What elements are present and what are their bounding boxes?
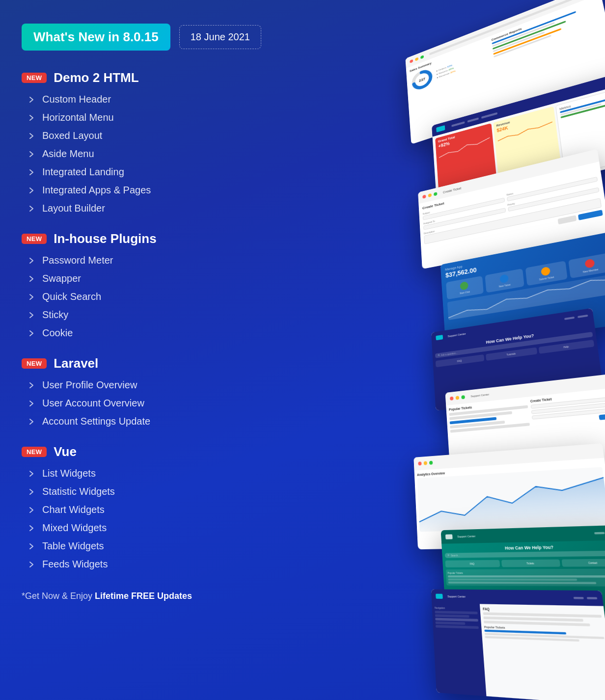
- list-item[interactable]: Swapper: [27, 269, 265, 288]
- section-heading-vue: NewVue: [22, 444, 265, 459]
- list-item-label: Password Meter: [42, 255, 113, 266]
- list-vue: List Widgets Statistic Widgets Chart Wid…: [27, 464, 265, 573]
- list-item-label: Statistic Widgets: [42, 486, 115, 497]
- chevron-right-icon: [27, 487, 36, 497]
- section-plugins: NewIn-house Plugins Password Meter Swapp…: [22, 231, 265, 342]
- list-item[interactable]: Quick Search: [27, 288, 265, 306]
- list-item[interactable]: User Account Overview: [27, 394, 265, 412]
- main-content: What's New in 8.0.15 18 June 2021 NewDem…: [0, 0, 265, 625]
- list-item[interactable]: Sticky: [27, 306, 265, 324]
- date-badge: 18 June 2021: [179, 25, 261, 49]
- section-heading-laravel: NewLaravel: [22, 356, 265, 371]
- chevron-right-icon: [27, 399, 36, 408]
- date-label: 18 June 2021: [191, 31, 250, 42]
- list-item-label: User Account Overview: [42, 398, 144, 409]
- chevron-right-icon: [27, 380, 36, 390]
- footer-note: *Get Now & Enjoy Lifetime FREE Updates: [22, 591, 265, 601]
- screenshots-area: Sales Summary 237 ● Orders 42% ● Returns…: [286, 0, 605, 700]
- chevron-right-icon: [27, 328, 36, 338]
- list-item-label: Mixed Widgets: [42, 522, 107, 534]
- list-item-label: Custom Header: [42, 94, 111, 105]
- new-badge-vue: New: [22, 447, 47, 457]
- section-title-plugins: In-house Plugins: [54, 231, 156, 246]
- chevron-right-icon: [27, 310, 36, 320]
- new-badge-demo2: New: [22, 73, 47, 83]
- section-vue: NewVue List Widgets Statistic Widgets Ch…: [22, 444, 265, 573]
- list-item[interactable]: Boxed Layout: [27, 127, 265, 145]
- list-item-label: Table Widgets: [42, 540, 104, 552]
- chevron-right-icon: [27, 292, 36, 302]
- list-item[interactable]: Custom Header: [27, 90, 265, 108]
- list-item[interactable]: List Widgets: [27, 464, 265, 483]
- chevron-right-icon: [27, 131, 36, 141]
- chevron-right-icon: [27, 167, 36, 177]
- list-item-label: Integrated Apps & Pages: [42, 185, 151, 196]
- list-item[interactable]: Cookie: [27, 324, 265, 342]
- chevron-right-icon: [27, 149, 36, 159]
- section-demo2: NewDemo 2 HTML Custom Header Horizontal …: [22, 70, 265, 217]
- list-item-label: Integrated Landing: [42, 166, 124, 178]
- chevron-right-icon: [27, 541, 36, 551]
- chevron-right-icon: [27, 186, 36, 195]
- list-item-label: Quick Search: [42, 291, 101, 302]
- new-badge-plugins: New: [22, 234, 47, 244]
- section-title-vue: Vue: [54, 444, 77, 459]
- list-item-label: Layout Builder: [42, 203, 105, 214]
- section-heading-plugins: NewIn-house Plugins: [22, 231, 265, 246]
- chevron-right-icon: [27, 523, 36, 533]
- list-item-label: Account Settings Update: [42, 416, 150, 427]
- list-item[interactable]: Horizontal Menu: [27, 108, 265, 127]
- chevron-right-icon: [27, 469, 36, 479]
- chevron-right-icon: [27, 560, 36, 569]
- section-title-demo2: Demo 2 HTML: [54, 70, 138, 85]
- footer-text-bold: Lifetime FREE Updates: [95, 591, 192, 601]
- section-laravel: NewLaravel User Profile Overview User Ac…: [22, 356, 265, 431]
- chevron-right-icon: [27, 113, 36, 123]
- svg-text:237: 237: [419, 77, 426, 83]
- list-item[interactable]: Table Widgets: [27, 537, 265, 555]
- section-title-laravel: Laravel: [54, 356, 98, 371]
- version-badge: What's New in 8.0.15: [22, 24, 170, 51]
- list-item[interactable]: Integrated Apps & Pages: [27, 181, 265, 199]
- list-item-label: Swapper: [42, 273, 81, 284]
- sections-container: NewDemo 2 HTML Custom Header Horizontal …: [22, 70, 265, 573]
- list-item[interactable]: Chart Widgets: [27, 501, 265, 519]
- list-item-label: Feeds Widgets: [42, 559, 108, 570]
- version-label: What's New in 8.0.15: [33, 29, 159, 44]
- list-demo2: Custom Header Horizontal Menu Boxed Layo…: [27, 90, 265, 217]
- section-heading-demo2: NewDemo 2 HTML: [22, 70, 265, 85]
- list-item-label: Chart Widgets: [42, 504, 105, 515]
- list-item-label: Horizontal Menu: [42, 112, 114, 123]
- footer-text-regular: *Get Now & Enjoy: [22, 591, 95, 601]
- list-item[interactable]: User Profile Overview: [27, 376, 265, 394]
- list-item[interactable]: Layout Builder: [27, 199, 265, 217]
- chevron-right-icon: [27, 256, 36, 266]
- list-item[interactable]: Aside Menu: [27, 145, 265, 163]
- new-badge-laravel: New: [22, 358, 47, 369]
- chevron-right-icon: [27, 204, 36, 214]
- list-item-label: User Profile Overview: [42, 379, 137, 391]
- list-item[interactable]: Feeds Widgets: [27, 555, 265, 573]
- list-item[interactable]: Account Settings Update: [27, 412, 265, 431]
- chevron-right-icon: [27, 274, 36, 284]
- chevron-right-icon: [27, 417, 36, 427]
- header-row: What's New in 8.0.15 18 June 2021: [22, 24, 265, 51]
- list-item-label: Cookie: [42, 327, 73, 339]
- list-item-label: Boxed Layout: [42, 130, 102, 141]
- list-laravel: User Profile Overview User Account Overv…: [27, 376, 265, 431]
- chevron-right-icon: [27, 505, 36, 515]
- list-item[interactable]: Password Meter: [27, 251, 265, 269]
- list-item[interactable]: Statistic Widgets: [27, 483, 265, 501]
- screenshot-card-9: Support Center Navigation FAQ Popular Ti…: [431, 589, 605, 700]
- list-item[interactable]: Integrated Landing: [27, 163, 265, 181]
- list-plugins: Password Meter Swapper Quick Search Stic…: [27, 251, 265, 342]
- list-item-label: List Widgets: [42, 468, 96, 479]
- list-item-label: Sticky: [42, 309, 68, 321]
- list-item-label: Aside Menu: [42, 148, 94, 160]
- list-item[interactable]: Mixed Widgets: [27, 519, 265, 537]
- chevron-right-icon: [27, 95, 36, 105]
